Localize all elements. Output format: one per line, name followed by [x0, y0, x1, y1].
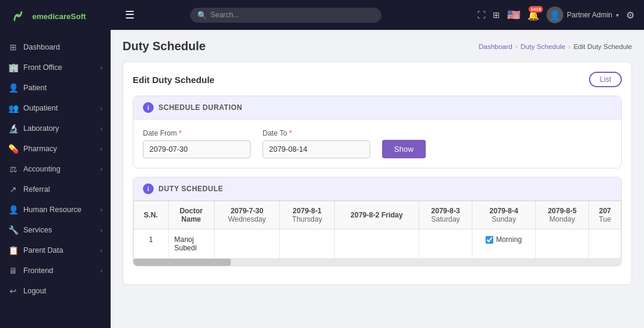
human-resource-icon: 👤 — [8, 205, 18, 214]
sidebar-item-outpatient[interactable]: 👥 Outpatient › — [0, 98, 111, 118]
topbar-icons: ⛶ ⊞ 🇺🇸 🔔 1418 👤 Partner Admin ▾ ⚙ — [477, 7, 634, 23]
cell-col1 — [214, 229, 279, 259]
col-date5: 2079-8-4Sunday — [472, 201, 536, 229]
date-to-input[interactable] — [263, 140, 370, 158]
morning-label: Morning — [496, 235, 521, 244]
sidebar-item-pharmacy[interactable]: 💊 Pharmacy › — [0, 139, 111, 159]
table-head: S.N. DoctorName 2079-7-30Wednesday 2079-… — [134, 201, 621, 229]
logo-area: emedicareSoft — [0, 0, 111, 33]
fullscreen-icon[interactable]: ⛶ — [477, 10, 486, 20]
page-title: Duty Schedule — [123, 39, 206, 53]
notification-badge: 1418 — [529, 6, 543, 13]
breadcrumb-home[interactable]: Dashboard — [478, 43, 512, 50]
schedule-duration-title: SCHEDULE DURATION — [158, 103, 242, 112]
sidebar-item-dashboard[interactable]: ⊞ Dashboard — [0, 37, 111, 57]
sidebar-item-services[interactable]: 🔧 Services › — [0, 220, 111, 240]
sidebar-item-front-office[interactable]: 🏢 Front Office › — [0, 57, 111, 78]
nav-menu: ⊞ Dashboard 🏢 Front Office › 👤 Patient 👥… — [0, 33, 111, 328]
breadcrumb-sep1: › — [515, 43, 518, 50]
logo-text: emedicareSoft — [32, 12, 86, 22]
breadcrumb: Dashboard › Duty Schedule › Edit Duty Sc… — [478, 43, 632, 50]
scrollbar-thumb[interactable] — [133, 259, 231, 266]
cell-doctor: ManojSubedi — [168, 229, 214, 259]
col-date3: 2079-8-2 Friday — [335, 201, 419, 229]
sidebar-item-patient[interactable]: 👤 Patient — [0, 78, 111, 98]
grid-icon[interactable]: ⊞ — [493, 10, 500, 20]
sidebar-item-label: Logout — [23, 287, 46, 295]
edit-duty-schedule-card: Edit Duty Schedule List i SCHEDULE DURAT… — [123, 62, 632, 285]
schedule-duration-body: Date From * Date To * Show — [133, 119, 621, 168]
page-header: Duty Schedule Dashboard › Duty Schedule … — [123, 39, 632, 53]
content-area: Duty Schedule Dashboard › Duty Schedule … — [111, 30, 644, 328]
search-input[interactable] — [210, 11, 374, 19]
outpatient-icon: 👥 — [8, 103, 18, 113]
sidebar: emedicareSoft ⊞ Dashboard 🏢 Front Office… — [0, 0, 111, 328]
user-menu[interactable]: 👤 Partner Admin ▾ — [547, 7, 619, 23]
schedule-duration-header: i SCHEDULE DURATION — [133, 96, 621, 119]
cell-col6 — [535, 229, 589, 259]
accounting-icon: ⚖ — [8, 164, 18, 174]
main-wrapper: ☰ 🔍 ⛶ ⊞ 🇺🇸 🔔 1418 👤 Partner Admin ▾ ⚙ Du… — [111, 0, 644, 328]
user-name: Partner Admin — [567, 11, 612, 19]
morning-checkbox[interactable] — [486, 236, 493, 244]
cell-col4 — [419, 229, 472, 259]
referral-icon: ↗ — [8, 185, 18, 194]
col-date7: 207Tue — [589, 201, 621, 229]
user-avatar: 👤 — [547, 7, 563, 23]
schedule-duration-card: i SCHEDULE DURATION Date From * — [133, 96, 622, 168]
list-button[interactable]: List — [589, 72, 622, 87]
search-icon: 🔍 — [197, 11, 207, 20]
parent-data-icon: 📋 — [8, 246, 18, 255]
table-body: 1 ManojSubedi Morning — [134, 229, 621, 259]
front-office-icon: 🏢 — [8, 63, 18, 72]
horizontal-scrollbar[interactable] — [133, 259, 621, 266]
cell-col7 — [589, 229, 621, 259]
date-to-group: Date To * — [263, 129, 370, 158]
sidebar-item-frontend[interactable]: 🖥 Frontend › — [0, 260, 111, 281]
show-button[interactable]: Show — [382, 140, 426, 158]
sidebar-item-label: Laboratory — [23, 124, 59, 133]
settings-icon[interactable]: ⚙ — [626, 10, 634, 21]
search-box[interactable]: 🔍 — [190, 8, 381, 23]
breadcrumb-parent[interactable]: Duty Schedule — [521, 43, 566, 50]
sidebar-item-label: Referral — [23, 185, 50, 194]
dashboard-icon: ⊞ — [8, 42, 18, 52]
date-to-label: Date To * — [263, 129, 370, 137]
sidebar-item-label: Frontend — [23, 266, 53, 275]
chevron-icon: › — [100, 105, 102, 112]
topbar: ☰ 🔍 ⛶ ⊞ 🇺🇸 🔔 1418 👤 Partner Admin ▾ ⚙ — [111, 0, 644, 30]
chevron-icon: › — [100, 268, 102, 274]
laboratory-icon: 🔬 — [8, 124, 18, 133]
notification-icon[interactable]: 🔔 1418 — [527, 10, 539, 21]
logout-icon: ↩ — [8, 286, 18, 296]
sidebar-item-laboratory[interactable]: 🔬 Laboratory › — [0, 118, 111, 139]
edit-header-row: Edit Duty Schedule List — [133, 72, 622, 87]
chevron-icon: › — [100, 227, 102, 234]
chevron-icon: › — [100, 125, 102, 132]
date-from-label: Date From * — [143, 129, 251, 137]
hamburger-button[interactable]: ☰ — [120, 6, 139, 24]
duty-schedule-header: i DUTY SCHEDULE — [133, 177, 621, 201]
date-from-input[interactable] — [143, 140, 251, 158]
sidebar-item-parent-data[interactable]: 📋 Parent Data › — [0, 240, 111, 260]
duty-schedule-table: S.N. DoctorName 2079-7-30Wednesday 2079-… — [133, 201, 621, 259]
language-flag[interactable]: 🇺🇸 — [507, 8, 520, 22]
chevron-icon: › — [100, 247, 102, 254]
sidebar-item-accounting[interactable]: ⚖ Accounting › — [0, 159, 111, 179]
chevron-icon: › — [100, 146, 102, 152]
cell-sn: 1 — [134, 229, 169, 259]
svg-point-1 — [16, 14, 20, 17]
sidebar-item-label: Front Office — [23, 63, 62, 72]
sidebar-item-label: Human Resource — [23, 206, 81, 214]
breadcrumb-current: Edit Duty Schedule — [573, 43, 632, 50]
pharmacy-icon: 💊 — [8, 144, 18, 154]
logo-icon — [8, 7, 28, 26]
sidebar-item-referral[interactable]: ↗ Referral — [0, 179, 111, 200]
cell-col5: Morning — [472, 229, 536, 259]
morning-checkbox-cell: Morning — [478, 235, 529, 244]
sidebar-item-logout[interactable]: ↩ Logout — [0, 281, 111, 301]
col-date1: 2079-7-30Wednesday — [214, 201, 279, 229]
sidebar-item-label: Parent Data — [23, 246, 63, 255]
table-header-row: S.N. DoctorName 2079-7-30Wednesday 2079-… — [134, 201, 621, 229]
sidebar-item-human-resource[interactable]: 👤 Human Resource › — [0, 200, 111, 220]
